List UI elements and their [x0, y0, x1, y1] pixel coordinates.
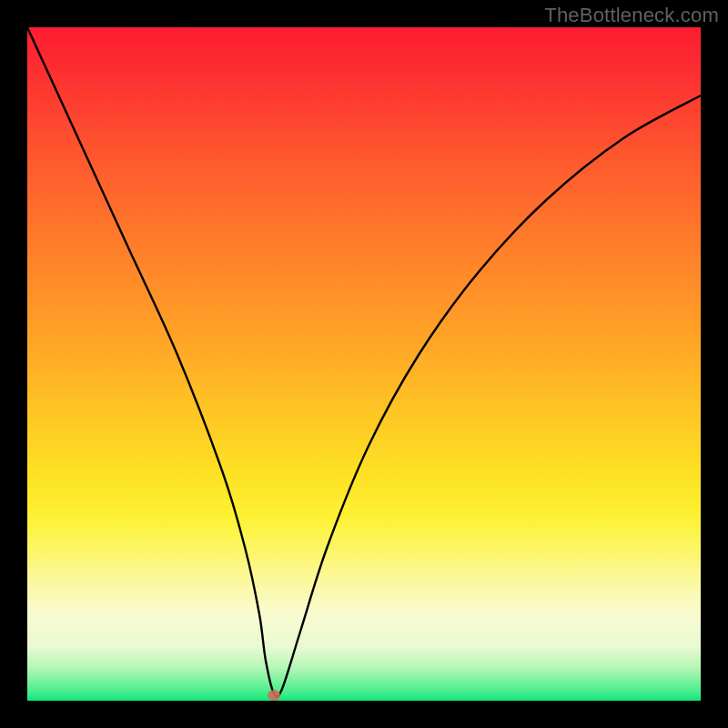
bottleneck-curve — [27, 27, 701, 701]
curve-path — [27, 27, 701, 697]
plot-area — [27, 27, 701, 701]
min-point-dot — [268, 690, 280, 701]
chart-frame: TheBottleneck.com — [0, 0, 728, 728]
watermark-text: TheBottleneck.com — [544, 4, 719, 27]
